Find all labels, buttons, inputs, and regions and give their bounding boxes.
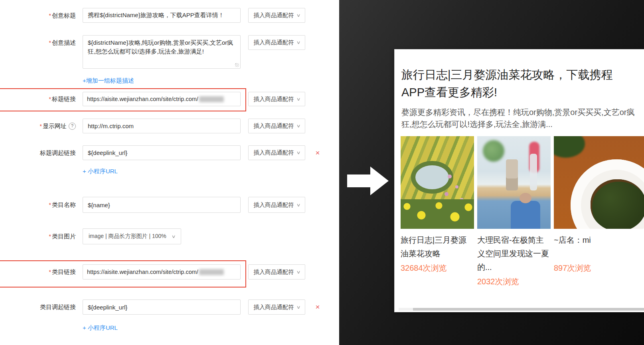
category-link-label: *类目链接 [0,264,76,280]
title-link-input[interactable]: https://aisite.wejianzhan.com/site/ctrip… [83,92,241,106]
title-link-label: *标题链接 [0,92,76,106]
insert-wildcard-dropdown[interactable]: 插入商品通配符∨ [248,35,305,50]
required-mark: * [49,12,51,19]
chevron-down-icon: ∨ [171,234,176,239]
leafy-dish-shape [554,136,585,158]
row-display-url: *显示网址? 插入商品通配符∨ [0,119,339,135]
chevron-down-icon: ∨ [296,13,300,18]
preview-description: 婺源更多精彩资讯，尽在携程！纯玩or购物,赏景or买买买,文艺or疯狂,想怎么玩… [401,106,635,130]
required-mark: * [49,269,51,275]
required-mark: * [49,40,51,46]
category-image-label: *类目图片 [0,228,76,244]
pond-shape [411,161,453,194]
chevron-down-icon: ∨ [296,202,300,208]
row-title-link: *标题链接 https://aisite.wejianzhan.com/site… [0,92,339,108]
preview-image-minimalist-guesthouse [477,136,551,229]
blurred-url-segment [199,96,224,102]
add-title-desc-group-link[interactable]: +增加一组标题描述 [83,77,134,85]
creative-desc-label: *创意描述 [0,35,76,50]
required-mark: * [49,96,51,102]
miniprogram-url-link[interactable]: + 小程序URL [83,168,118,175]
horizontal-scrollbar-thumb[interactable] [413,308,644,311]
chevron-down-icon: ∨ [296,305,300,310]
bottle-shape [530,154,537,190]
insert-wildcard-dropdown[interactable]: 插入商品通配符∨ [248,264,305,280]
close-icon: × [315,303,320,311]
insert-wildcard-dropdown[interactable]: 插入商品通配符∨ [248,119,305,133]
creative-title-label: *创意标题 [0,8,76,23]
required-mark: * [49,202,51,208]
textarea-resize-handle[interactable] [235,63,239,67]
miniprogram-url-link[interactable]: + 小程序URL [83,324,118,332]
person-shape [511,201,540,229]
arrow-right-icon [370,167,389,195]
preview-panel: 旅行日志|三月婺源油菜花攻略，下载携程APP查看更多精彩! 婺源更多精彩资讯，尽… [339,0,644,345]
list-item: ~店名：mi 897次浏览 [554,136,644,287]
help-icon[interactable]: ? [69,123,76,130]
insert-wildcard-dropdown[interactable]: 插入商品通配符∨ [248,299,305,315]
flower-field-shape [401,199,474,229]
category-link-input[interactable]: https://aisite.wejianzhan.com/site/ctrip… [83,264,241,280]
insert-wildcard-dropdown[interactable]: 插入商品通配符∨ [248,197,305,213]
person-head-shape [520,193,531,203]
insert-wildcard-dropdown[interactable]: 插入商品通配符∨ [248,145,305,160]
category-image-select[interactable]: image | 商品长方形图片 | 100%∨ [83,228,181,244]
creative-title-input[interactable] [83,8,241,23]
row-category-deeplink: 类目调起链接 插入商品通配符∨ × [0,299,339,315]
category-deeplink-input[interactable] [83,299,241,315]
chevron-down-icon: ∨ [296,40,300,45]
preview-item-caption: ~店名：mi [554,233,644,260]
food-shape [591,179,644,229]
close-icon: × [315,149,320,157]
insert-wildcard-dropdown[interactable]: 插入商品通配符∨ [248,92,305,106]
display-url-input[interactable] [83,119,241,133]
blurred-url-segment [199,269,224,275]
chevron-down-icon: ∨ [296,123,300,129]
category-name-input[interactable] [83,197,241,213]
row-category-image: *类目图片 image | 商品长方形图片 | 100%∨ [0,228,339,244]
remove-category-deeplink-button[interactable]: × [314,303,322,311]
required-mark: * [40,123,42,129]
required-mark: * [49,233,51,240]
row-category-name: *类目名称 插入商品通配符∨ [0,197,339,213]
chevron-down-icon: ∨ [296,150,300,155]
row-creative-desc: *创意描述 ${districtName}攻略,纯玩or购物,赏景or买买买,文… [0,35,339,69]
row-category-link: *类目链接 https://aisite.wejianzhan.com/site… [0,264,339,280]
creative-form-panel: *创意标题 插入商品通配符∨ *创意描述 ${districtName}攻略,纯… [0,0,339,345]
arrow-right-icon [347,174,371,187]
list-item: 旅行日志|三月婺源油菜花攻略 32684次浏览 [401,136,474,287]
preview-item-views: 2032次浏览 [477,276,551,287]
remove-title-deeplink-button[interactable]: × [314,149,322,157]
bottle-shape [506,159,518,190]
display-url-label: *显示网址? [0,119,76,134]
preview-image-food-dish [554,136,644,229]
preview-title: 旅行日志|三月婺源油菜花攻略，下载携程APP查看更多精彩! [401,66,622,101]
chevron-down-icon: ∨ [296,270,300,275]
chevron-down-icon: ∨ [296,97,300,102]
preview-item-views: 32684次浏览 [401,263,474,274]
insert-wildcard-dropdown[interactable]: 插入商品通配符∨ [248,8,305,23]
creative-desc-textarea[interactable]: ${districtName}攻略,纯玩or购物,赏景or买买买,文艺or疯狂,… [83,35,241,69]
ad-preview-card: 旅行日志|三月婺源油菜花攻略，下载携程APP查看更多精彩! 婺源更多精彩资讯，尽… [394,49,644,312]
preview-item-views: 897次浏览 [554,263,644,274]
screen: *创意标题 插入商品通配符∨ *创意描述 ${districtName}攻略,纯… [0,0,644,345]
category-name-label: *类目名称 [0,197,76,213]
preview-item-caption: 旅行日志|三月婺源油菜花攻略 [401,233,474,260]
list-item: 大理民宿-在极简主义空间里发现这一夏的... 2032次浏览 [477,136,551,287]
preview-image-rapeseed-field-pond [401,136,474,229]
title-deeplink-label: 标题调起链接 [0,145,76,160]
category-deeplink-label: 类目调起链接 [0,299,76,315]
preview-item-caption: 大理民宿-在极简主义空间里发现这一夏的... [477,233,551,274]
row-title-deeplink: 标题调起链接 插入商品通配符∨ × [0,145,339,161]
preview-item-list: 旅行日志|三月婺源油菜花攻略 32684次浏览 大理民宿-在极简主义空间里发现这… [401,136,644,287]
row-creative-title: *创意标题 插入商品通配符∨ [0,8,339,24]
blossom-shape [448,174,452,178]
title-deeplink-input[interactable] [83,145,241,160]
plant-shape [483,140,504,162]
